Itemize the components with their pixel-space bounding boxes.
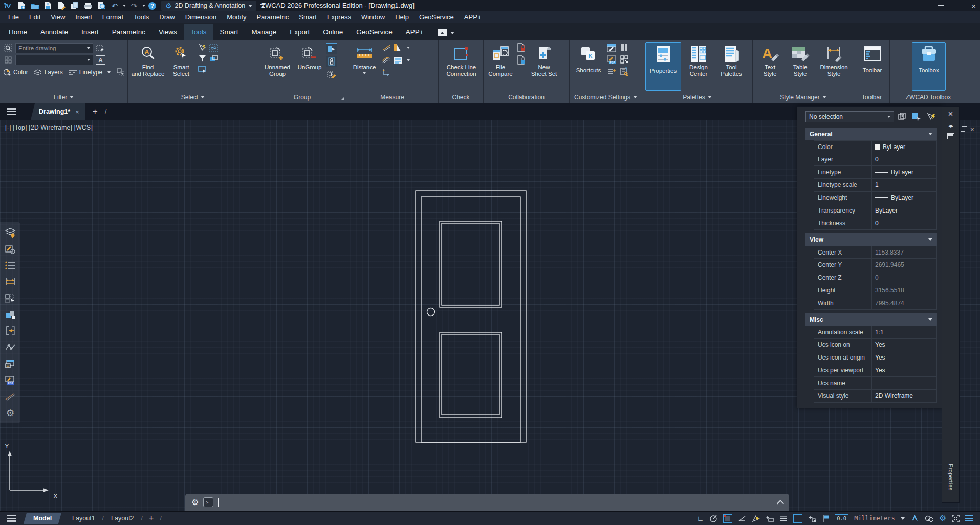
section-misc[interactable]: Misc xyxy=(805,313,937,326)
property-row-center-z[interactable]: Center Z 0 xyxy=(814,271,937,284)
menu-help[interactable]: Help xyxy=(390,13,414,21)
cursor-bolt-icon[interactable] xyxy=(198,43,207,52)
filter-search-icon[interactable] xyxy=(3,44,13,53)
distance-button[interactable]: Distance xyxy=(350,42,379,91)
command-line-bar[interactable]: ⚙ >_ xyxy=(185,494,789,511)
menu-smart[interactable]: Smart xyxy=(294,13,322,21)
check-line-connection-button[interactable]: Check Line Connection xyxy=(442,42,481,91)
import-block-icon[interactable] xyxy=(4,325,16,337)
close-button[interactable]: × xyxy=(971,2,976,10)
panel-label-zwcad-toolbox[interactable]: ZWCAD Toolbox xyxy=(890,91,967,103)
section-view[interactable]: View xyxy=(805,233,937,246)
property-row-linetype[interactable]: Linetype ByLayer xyxy=(814,166,937,179)
unnamed-group-button[interactable]: Unnamed Group xyxy=(262,42,293,91)
text-style-button[interactable]: A Text Style xyxy=(756,42,784,91)
property-row-thickness[interactable]: Thickness 0 xyxy=(814,217,937,230)
filter-color-button[interactable]: Color xyxy=(3,69,28,76)
status-settings-gear-icon[interactable]: ⚙ xyxy=(939,514,946,522)
menu-tools[interactable]: Tools xyxy=(128,13,154,21)
chain-select-icon[interactable] xyxy=(209,43,219,52)
open-folder-icon[interactable] xyxy=(30,1,40,10)
document-close-button[interactable]: × xyxy=(970,126,974,133)
zwcad-logo-icon[interactable] xyxy=(3,1,13,10)
workspace-dropdown-icon[interactable] xyxy=(248,5,252,7)
filter-linetype-button[interactable]: Linetype xyxy=(68,69,102,76)
property-row-width[interactable]: Width 7995.4874 xyxy=(814,297,937,310)
layout-menu-icon[interactable] xyxy=(7,515,16,522)
unlock-drawing-icon[interactable] xyxy=(516,55,526,65)
property-row-linetype-scale[interactable]: Linetype scale 1 xyxy=(814,179,937,192)
property-row-lineweight[interactable]: Lineweight ByLayer xyxy=(814,192,937,204)
undo-button[interactable]: ↶ xyxy=(110,1,120,10)
block-tools-icon[interactable] xyxy=(4,308,16,321)
measure-axis-icon[interactable] xyxy=(381,68,391,77)
panel-label-filter[interactable]: Filter xyxy=(0,91,127,103)
section-general[interactable]: General xyxy=(805,128,937,140)
panel-label-palettes[interactable]: Palettes xyxy=(642,91,752,103)
properties-palette-button[interactable]: Properties xyxy=(645,42,681,91)
smart-select-button[interactable]: Smart Select xyxy=(167,42,195,91)
menu-window[interactable]: Window xyxy=(356,13,390,21)
qr-code-icon[interactable] xyxy=(619,55,629,64)
filter-grid-icon[interactable] xyxy=(3,55,13,65)
property-row-ucs-name[interactable]: Ucs name xyxy=(814,377,937,390)
maximize-button[interactable] xyxy=(955,4,960,8)
save-as-icon[interactable] xyxy=(56,1,67,10)
measure-arc-icon[interactable] xyxy=(381,55,391,65)
menu-format[interactable]: Format xyxy=(97,13,128,21)
property-row-annotation-scale[interactable]: Annotation scale 1:1 xyxy=(814,326,937,339)
group-select-toggle-icon[interactable] xyxy=(326,43,337,54)
measure-line-icon[interactable] xyxy=(381,43,391,52)
menu-dimension[interactable]: Dimension xyxy=(180,13,222,21)
menu-express[interactable]: Express xyxy=(322,13,356,21)
model-tab[interactable]: Model xyxy=(24,513,61,524)
group-frame-toggle-icon[interactable] xyxy=(326,56,337,67)
filter-scope-combobox[interactable]: Entire drawing xyxy=(15,43,93,53)
quick-select-icon[interactable] xyxy=(897,112,908,122)
palette-autohide-icon[interactable]: ◂▸ xyxy=(948,123,952,129)
window-select-icon[interactable] xyxy=(198,65,207,74)
tab-views[interactable]: Views xyxy=(152,24,184,40)
scale-ruler-item[interactable] xyxy=(393,43,410,52)
annotation-visibility-icon[interactable] xyxy=(808,515,816,522)
toolbar-button[interactable]: Toolbar xyxy=(857,42,887,91)
document-tab-close-icon[interactable]: × xyxy=(75,108,79,116)
property-row-center-x[interactable]: Center X 1153.8337 xyxy=(814,246,937,259)
copy-window-icon[interactable] xyxy=(4,358,16,370)
selection-filter-combobox[interactable]: No selection xyxy=(805,111,894,122)
preview-icon[interactable] xyxy=(96,1,106,10)
group-edit-icon[interactable] xyxy=(326,69,337,80)
zwcad-cloud-icon[interactable] xyxy=(910,514,919,522)
fullscreen-icon[interactable] xyxy=(952,515,960,522)
command-settings-gear-icon[interactable]: ⚙ xyxy=(191,498,199,507)
document-restore-button[interactable] xyxy=(961,128,965,132)
ribbon-minimize-button[interactable] xyxy=(438,29,447,36)
property-row-visual-style[interactable]: Visual style 2D Wireframe xyxy=(814,390,937,403)
document-tab-drawing1[interactable]: Drawing1* × xyxy=(31,103,85,120)
tab-tools[interactable]: Tools xyxy=(184,24,213,40)
panel-label-check[interactable]: Check xyxy=(439,91,483,103)
redo-button[interactable]: ↷ xyxy=(129,1,139,10)
layer-isolate-icon[interactable] xyxy=(4,226,16,239)
undo-dropdown-icon[interactable] xyxy=(123,5,126,7)
new-document-tab-button[interactable]: + xyxy=(93,107,98,117)
print-icon[interactable] xyxy=(83,1,93,10)
panel-label-style-manager[interactable]: Style Manager xyxy=(753,91,854,103)
annotation-scale-icon[interactable]: A xyxy=(96,55,105,65)
units-label[interactable]: Millimeters xyxy=(854,515,895,522)
panel-label-group[interactable]: Group xyxy=(258,91,346,103)
palette-menu-icon[interactable] xyxy=(947,133,954,139)
menu-parametric[interactable]: Parametric xyxy=(251,13,294,21)
edit-attribute-icon[interactable] xyxy=(4,243,16,255)
new-file-icon[interactable] xyxy=(16,1,27,10)
palette-settings-gear-icon[interactable]: ⚙ xyxy=(4,407,16,419)
isolate-objects-icon[interactable] xyxy=(925,515,933,522)
panel-label-measure[interactable]: Measure xyxy=(346,91,438,103)
transparency-icon[interactable] xyxy=(793,514,802,523)
menu-edit[interactable]: Edit xyxy=(24,13,46,21)
dynamic-ucs-icon[interactable] xyxy=(766,515,774,522)
new-layout-button[interactable]: + xyxy=(145,514,158,523)
layout1-tab[interactable]: Layout1 xyxy=(67,515,100,522)
reference-book-icon[interactable] xyxy=(619,67,629,76)
design-center-button[interactable]: Design Center xyxy=(683,42,714,91)
